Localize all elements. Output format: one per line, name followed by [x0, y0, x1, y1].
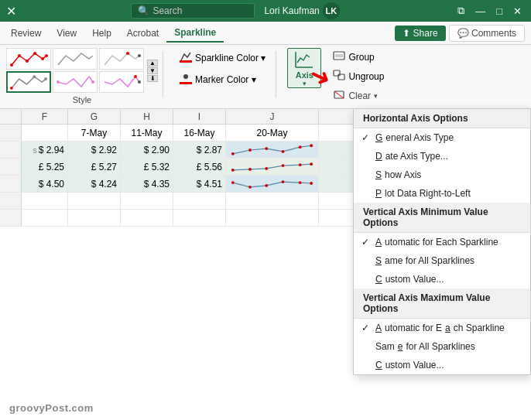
cell-f-1[interactable]: s$ 2.94 [22, 142, 68, 158]
svg-point-38 [231, 181, 235, 184]
svg-point-32 [231, 168, 235, 171]
col-header-g[interactable]: G [68, 109, 121, 124]
svg-point-28 [265, 147, 268, 150]
dropdown-item-auto-min[interactable]: Automatic for Each Sparkline [354, 233, 530, 251]
swatch-2[interactable] [53, 48, 98, 70]
clear-button[interactable]: Clear ▾ [326, 87, 391, 104]
cell-f-header[interactable] [22, 125, 68, 141]
swatch-3[interactable] [99, 48, 144, 70]
comments-button[interactable]: 💬 Comments [449, 25, 525, 42]
cell-g-3[interactable]: $ 4.24 [68, 176, 121, 192]
tab-right: ⬆ Share 💬 Comments [395, 25, 528, 42]
col-header-j[interactable]: J [226, 109, 319, 124]
dropdown-item-custom-min[interactable]: Custom Value... [354, 270, 530, 289]
svg-point-30 [299, 145, 302, 149]
svg-point-13 [134, 75, 137, 78]
cell-f-3[interactable]: $ 4.50 [22, 176, 68, 192]
dropdown-item-show-axis[interactable]: Show Axis [354, 166, 530, 184]
search-box[interactable]: 🔍 Search [131, 3, 255, 19]
dropdown-item-date-axis[interactable]: Date Axis Type... [354, 147, 530, 166]
svg-point-42 [299, 181, 302, 184]
swatch-4[interactable] [6, 71, 51, 93]
swatch-6[interactable] [99, 71, 144, 93]
cell-i-header[interactable]: 16-May [173, 125, 226, 141]
scroll-more-btn[interactable]: ⬇ [147, 75, 158, 82]
sparkline-color-button[interactable]: Sparkline Color ▾ [174, 48, 271, 67]
dropdown-item-auto-max[interactable]: Automatic for Each Sparkline [354, 319, 530, 337]
tab-view[interactable]: View [49, 25, 84, 42]
svg-line-25 [334, 91, 344, 98]
cell-g-header[interactable]: 7-May [68, 125, 121, 141]
swatch-1[interactable] [6, 48, 51, 70]
col-header-h[interactable]: H [121, 109, 173, 124]
title-bar-left: ✕ [6, 4, 16, 19]
marker-color-icon [180, 72, 192, 87]
group-button[interactable]: Group [326, 48, 391, 66]
scroll-up-btn[interactable]: ▲ [147, 60, 158, 67]
row-num-1 [0, 125, 22, 141]
sparkline-cell-3[interactable] [226, 176, 319, 192]
svg-point-36 [299, 163, 302, 166]
marker-color-label: Marker Color ▾ [195, 74, 256, 85]
row-num-2 [0, 142, 22, 158]
svg-point-10 [33, 75, 36, 78]
tab-help[interactable]: Help [84, 25, 119, 42]
user-badge: LK [323, 2, 340, 19]
col-header-f[interactable]: F [22, 109, 68, 124]
title-bar-right: ⧉ — □ ✕ [454, 5, 525, 17]
cell-i-3[interactable]: $ 4.51 [173, 176, 226, 192]
cell-h-3[interactable]: $ 4.35 [121, 176, 173, 192]
svg-point-7 [138, 54, 141, 57]
swatch-5[interactable] [53, 71, 98, 93]
svg-point-26 [231, 152, 235, 155]
marker-color-button[interactable]: Marker Color ▾ [174, 70, 271, 89]
row-num-4 [0, 176, 22, 192]
group-btns: Group Ungroup Clear ▾ [326, 48, 391, 104]
dropdown-item-general-axis[interactable]: General Axis Type [354, 128, 530, 147]
dropdown-item-same-max[interactable]: Same for All Sparklines [354, 337, 530, 356]
sparkline-cell-1[interactable] [226, 142, 319, 158]
cell-h-header[interactable]: 11-May [121, 125, 173, 141]
svg-point-12 [91, 80, 94, 84]
tab-sparkline[interactable]: Sparkline [166, 24, 224, 43]
tab-review[interactable]: Review [3, 25, 49, 42]
cell-h-1[interactable]: $ 2.90 [121, 142, 173, 158]
col-header-i[interactable]: I [173, 109, 226, 124]
maximize-btn[interactable]: □ [493, 5, 505, 17]
dropdown-item-custom-max[interactable]: Custom Value... [354, 356, 530, 374]
tab-acrobat[interactable]: Acrobat [119, 25, 166, 42]
cell-g-1[interactable]: $ 2.92 [68, 142, 121, 158]
clear-icon [333, 89, 345, 102]
svg-rect-22 [334, 70, 340, 76]
sparkline-color-label: Sparkline Color ▾ [195, 53, 266, 63]
clear-label: Clear [348, 90, 371, 101]
axis-dropdown: Horizontal Axis Options General Axis Typ… [353, 108, 531, 375]
swatch-row-2 [6, 71, 144, 93]
svg-point-39 [248, 185, 252, 188]
search-placeholder: Search [152, 5, 182, 16]
restore-btn[interactable]: ⧉ [454, 5, 468, 17]
cell-i-2[interactable]: £ 5.56 [173, 159, 226, 175]
style-label: Style [73, 95, 91, 104]
close-btn[interactable]: ✕ [510, 5, 525, 17]
cell-h-2[interactable]: £ 5.32 [121, 159, 173, 175]
divider-1 [163, 51, 163, 97]
cell-i-1[interactable]: $ 2.87 [173, 142, 226, 158]
ungroup-button[interactable]: Ungroup [326, 67, 391, 85]
svg-point-3 [33, 52, 36, 55]
sparkline-cell-2[interactable] [226, 159, 319, 175]
cell-g-2[interactable]: £ 5.27 [68, 159, 121, 175]
cell-j-header[interactable]: 20-May [226, 125, 319, 141]
style-group: ▲ ▼ ⬇ Style [6, 48, 158, 104]
divider-2 [276, 51, 276, 97]
minimize-btn[interactable]: — [472, 5, 488, 17]
svg-point-16 [183, 74, 188, 79]
dropdown-item-plot-right[interactable]: Plot Data Right-to-Left [354, 184, 530, 203]
svg-point-14 [138, 80, 141, 84]
share-button[interactable]: ⬆ Share [395, 26, 445, 41]
excel-icon: ✕ [6, 4, 16, 19]
scroll-down-btn[interactable]: ▼ [147, 67, 158, 74]
group-icon [333, 50, 345, 63]
cell-f-2[interactable]: £ 5.25 [22, 159, 68, 175]
dropdown-item-same-min[interactable]: Same for All Sparklines [354, 251, 530, 270]
